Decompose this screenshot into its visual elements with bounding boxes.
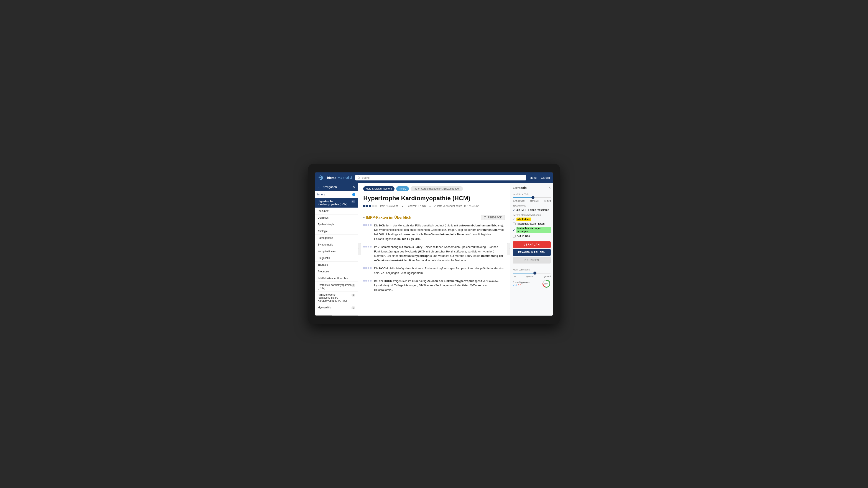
checkmark-icon-3: ✓ [513, 228, 515, 232]
sidebar-item-impp-fakten[interactable]: IMPP-Fakten im Überblick [315, 275, 358, 282]
user-name[interactable]: Carolin [541, 176, 550, 180]
sidebar-item-myokarditis[interactable]: Myokarditis K [315, 304, 358, 311]
sidebar-item-therapie[interactable]: Therapie [315, 262, 358, 268]
main-content[interactable]: ‹ › Herz-Kreislauf-System Innere Tag 6: … [358, 183, 510, 316]
top-navbar: Thieme via medici Menü Carolin [315, 172, 553, 183]
svg-line-4 [359, 178, 360, 179]
sidebar-item-label: Komplikationen [318, 250, 336, 253]
sidebar-item-label: Definition [318, 216, 329, 219]
sidebar-close-icon[interactable]: × [353, 185, 355, 189]
sidebar-item-pathogenese[interactable]: Pathogenese [315, 235, 358, 241]
lerntools-title: Lerntools [513, 186, 527, 190]
sidebar-item-label: Restriktive Kardiomyopathien (RCM) [318, 284, 351, 290]
sidebar-item-diagnostik[interactable]: Diagnostik [315, 255, 358, 262]
speed-mode-item[interactable]: ✓ auf IMPP-Fakten reduzieren [513, 208, 551, 212]
next-page-arrow[interactable]: › [507, 243, 510, 255]
sidebar-item-komplikationen[interactable]: Komplikationen [315, 248, 358, 255]
sidebar-item-label: IMPP-Fakten im Überblick [318, 277, 348, 280]
lernstatus-fill [513, 273, 535, 273]
sidebar-item-label: Hypertrophe Kardiomyopathie (HCM) [318, 200, 351, 206]
sidebar-item-prognose[interactable]: Prognose [315, 268, 358, 275]
svg-point-3 [358, 176, 360, 178]
right-panel-header: Lerntools × [513, 186, 551, 190]
chevron-icon: ▾ [363, 216, 365, 219]
drucken-button[interactable]: DRUCKEN [513, 257, 551, 263]
sidebar-header-left: ← Navigation [318, 185, 337, 189]
impp-markierungen-item[interactable]: ✓ Meine Markierungen anzeigen [513, 227, 551, 233]
section-title-text: IMPP-Fakten im Überblick [366, 215, 411, 220]
scroll-thumb [315, 315, 332, 316]
progress-circle: 80% [542, 279, 551, 288]
breadcrumb-herz[interactable]: Herz-Kreislauf-System [363, 186, 395, 191]
impp-falsch-item[interactable]: falsch gekreuzte Fakten [513, 222, 551, 225]
impp-dots [363, 205, 377, 207]
content-text-4: Bei der HOCM zeigen sich im EKG häufig Z… [374, 279, 505, 292]
k-badge-myokarditis: K [351, 306, 355, 309]
content-text-3: Die HOCM bleibt häufig klinisch stumm. E… [374, 266, 505, 275]
filter-indicator [352, 193, 355, 196]
sidebar-item-aetiologie[interactable]: Ätiologie [315, 228, 358, 235]
auf-todos-item[interactable]: Auf To-Dos [513, 234, 551, 237]
content-text-1: Die HCM ist in der Mehrzahl der Fälle ge… [374, 223, 505, 241]
slider-label-vertieft: vertieft [544, 200, 551, 202]
lernstatus-slider-track [513, 273, 551, 273]
lernstatus-neu: neu [513, 275, 517, 278]
globe-icon [318, 175, 323, 180]
sidebar-item-arvc[interactable]: Arrhythmogene rechtsventrikuläre Kardiom… [315, 292, 358, 304]
inhaltliche-tiefe-label: Inhaltliche Tiefe [513, 193, 551, 195]
sidebar-item-label: Diagnostik [318, 257, 330, 260]
breadcrumb-tag6[interactable]: Tag 6: Kardiomyopathien, Entzündungen [410, 186, 463, 191]
falsch-gekreuzte-label: falsch gekreuzte Fakten [517, 222, 545, 225]
auf-todos-label: Auf To-Dos [517, 234, 530, 237]
slider-label-kurz: kurz gefasst [513, 200, 525, 202]
kreuz-label: 5 von 5 gekreuzt [513, 281, 530, 284]
search-bar[interactable] [355, 175, 526, 181]
kreuz-section: 5 von 5 gekreuzt ✓ 4 ✗ 1 80% [513, 279, 551, 288]
prev-page-arrow[interactable]: ‹ [358, 243, 361, 255]
x-badge: ✗ 1 [518, 284, 522, 287]
inhaltliche-tiefe-slider[interactable]: kurz gefasst standard vertieft [513, 197, 551, 202]
kreuz-badges: ✓ 4 ✗ 1 [513, 284, 530, 287]
k-badge-rcm: K [351, 284, 355, 287]
content-text-2: Im Zusammenhang mit Morbus Fabry – einer… [374, 245, 505, 263]
back-arrow-icon[interactable]: ← [318, 185, 321, 189]
sidebar-item-epidemiologie[interactable]: Epidemiologie [315, 221, 358, 228]
breadcrumb-innere[interactable]: Innere [396, 186, 409, 191]
fragen-kreuzen-button[interactable]: FRAGEN KREUZEN [513, 249, 551, 256]
via-medici-text: via medici [338, 176, 352, 180]
article-meta: IMPP-Relevanz ● Lesezeit: 17 min ● Zulet… [363, 204, 505, 210]
impp-alle-fakten-item[interactable]: ✓ alle Fakten [513, 218, 551, 221]
search-input[interactable] [362, 176, 524, 180]
lernstatus-label: Mein Lernstatus [513, 268, 551, 271]
k-badge-arvc: K [351, 294, 355, 296]
content-block-4: Bei der HOCM zeigen sich im EKG häufig Z… [363, 279, 505, 292]
sidebar-item-definition[interactable]: Definition [315, 215, 358, 221]
lernstatus-gelernt: gelernt [544, 275, 551, 278]
lerntools-close-button[interactable]: × [549, 186, 551, 190]
bullet-dot2: ● [429, 204, 431, 207]
section-title[interactable]: ▾ IMPP-Fakten im Überblick [363, 215, 411, 220]
left-sidebar: ← Navigation × Innere Hypertrophe Kardio… [315, 183, 358, 316]
block-dots-2 [363, 246, 372, 263]
sidebar-nav[interactable]: Hypertrophe Kardiomyopathie (HCM) K Stec… [315, 198, 358, 315]
sidebar-item-hcm[interactable]: Hypertrophe Kardiomyopathie (HCM) K [315, 198, 358, 208]
slider-label-standard: standard [530, 200, 538, 202]
lernstatus-gelesen: gelesen [526, 275, 534, 278]
slider-thumb [531, 196, 534, 199]
lernstatus-slider[interactable]: neu gelesen gelernt [513, 273, 551, 278]
lernplan-button[interactable]: LERNPLAN [513, 241, 551, 248]
menu-button[interactable]: Menü [529, 176, 537, 180]
sidebar-item-steckbrief[interactable]: Steckbrief [315, 208, 358, 215]
content-block-1: Die HCM ist in der Mehrzahl der Fälle ge… [363, 223, 505, 241]
checkmark-icon-2: ✓ [513, 218, 515, 221]
sidebar-item-label: Myokarditis [318, 306, 331, 309]
sidebar-item-label: Therapie [318, 263, 328, 266]
sidebar-item-symptomatik[interactable]: Symptomatik [315, 241, 358, 248]
slider-labels: kurz gefasst standard vertieft [513, 200, 551, 202]
sidebar-item-label: Steckbrief [318, 209, 329, 213]
alle-fakten-label: alle Fakten [517, 218, 531, 221]
feedback-button[interactable]: FEEDBACK [481, 215, 505, 220]
content-block-2: Im Zusammenhang mit Morbus Fabry – einer… [363, 245, 505, 263]
sidebar-item-rcm[interactable]: Restriktive Kardiomyopathien (RCM) K [315, 282, 358, 292]
slider-track [513, 197, 551, 198]
